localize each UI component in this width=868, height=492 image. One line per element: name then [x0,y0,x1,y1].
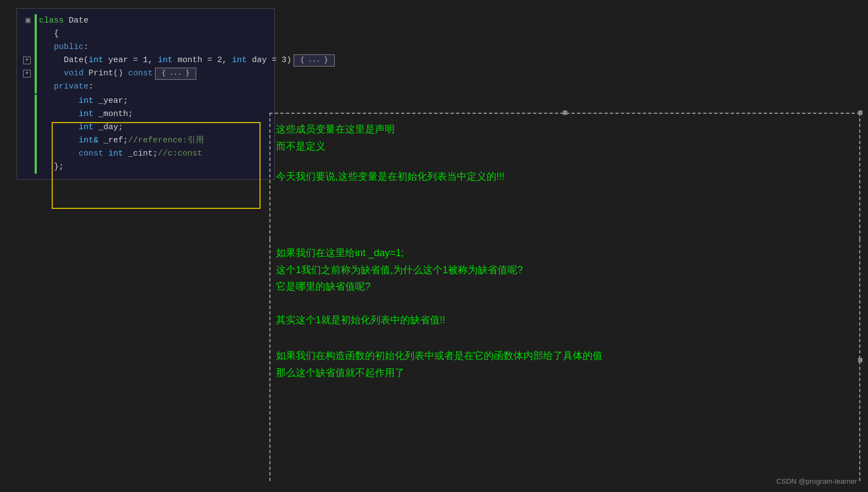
code-line-openbrace: { [17,27,274,41]
green-bar [35,27,37,41]
annotation-bottom-line1: 如果我们在这里给int _day=1; [276,245,847,262]
gutter-bar [21,27,35,41]
gutter-expand: + [21,57,35,64]
code-line-class: ▣ class Date [17,14,274,27]
gutter-bar [21,41,35,54]
gutter-bar [21,134,35,147]
green-bar [35,54,37,67]
green-bar [35,161,37,174]
code-line-day: int _day; [17,121,274,134]
expand-icon2[interactable]: + [23,70,31,78]
expand-icon[interactable]: + [23,57,31,64]
bottom-annotation-box: 如果我们在这里给int _day=1; 这个1我们之前称为缺省值,为什么这个1被… [269,239,860,481]
green-bar [35,14,37,27]
code-line-private: private : [17,80,274,93]
collapse-constructor[interactable]: { ... } [294,54,335,66]
code-line-print: + void Print() const { ... } [17,67,274,80]
gutter-bar [21,121,35,134]
handle-top-right [858,110,863,115]
handle-top-mid [563,110,567,115]
handle-mid-right [858,358,863,362]
bottom-left-border [269,239,270,481]
green-bar [35,147,37,161]
watermark: CSDN @program-learner [776,477,857,485]
green-bar [35,95,37,108]
code-line-public: public : [17,41,274,54]
code-line-ref: int& _ref; //reference:引用 [17,134,274,147]
code-line-year: int _year; [17,93,274,108]
code-panel: ▣ class Date { public : + Date( int year… [16,8,275,180]
annotation-bottom-line6: 那么这个缺省值就不起作用了 [276,364,847,382]
green-bar [35,67,37,80]
annotation-bottom-line2: 这个1我们之前称为缺省值,为什么这个1被称为缺省值呢? [276,262,847,279]
annotation-bottom-line4: 其实这个1就是初始化列表中的缺省值!! [276,312,847,329]
code-line-cint: const int _cint; //c:const [17,147,274,161]
code-line-closebrace: }; [17,161,274,174]
collapse-print[interactable]: { ... } [155,68,196,79]
gutter-bar [21,147,35,161]
gutter-bar [21,95,35,108]
annotation-bottom-line5: 如果我们在构造函数的初始化列表中或者是在它的函数体内部给了具体的值 [276,347,847,364]
green-bar [35,80,37,93]
annotation-bottom-line3: 它是哪里的缺省值呢? [276,278,847,295]
gutter-bar [21,80,35,93]
top-dashed-border [269,113,860,239]
bottom-annotation-content: 如果我们在这里给int _day=1; 这个1我们之前称为缺省值,为什么这个1被… [269,239,860,387]
green-bar [35,41,37,54]
green-bar [35,121,37,134]
gutter-bar [21,161,35,174]
gutter-minus: ▣ [21,14,35,27]
gutter-expand-print: + [21,70,35,78]
code-line-month: int _month; [17,108,274,121]
green-bar [35,108,37,121]
top-annotation-box: 这些成员变量在这里是声明 而不是定义 今天我们要说,这些变量是在初始化列表当中定… [269,113,860,239]
green-bar [35,134,37,147]
gutter-bar [21,108,35,121]
code-line-constructor: + Date( int year = 1, int month = 2, int… [17,54,274,67]
